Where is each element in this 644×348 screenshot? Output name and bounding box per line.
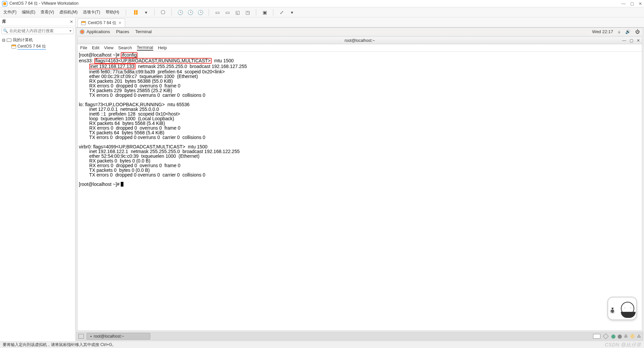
vm-pane: CentOS 7 64 位 ✕ Applications Places Term… <box>75 17 644 341</box>
menu-tab[interactable]: 选项卡(T) <box>83 9 100 15</box>
indent <box>79 64 89 69</box>
tray-sound-icon[interactable]: ⬤ <box>618 334 622 339</box>
taskbar-app-label: root@localhost:~ <box>94 334 124 339</box>
stretch-icon[interactable]: ⤢ <box>279 9 285 15</box>
term-menu-file[interactable]: File <box>80 45 87 50</box>
terminal-title: root@localhost:~ <box>344 38 375 43</box>
network-icon[interactable]: ⏚ <box>618 29 621 34</box>
status-tip: 要将输入定向到该虚拟机，请将鼠标指针移入其中或按 Ctrl+G。 <box>3 342 116 348</box>
dropdown2-icon[interactable]: ▾ <box>289 9 295 15</box>
vm-tab-label: CentOS 7 64 位 <box>88 20 116 26</box>
fullscreen-icon[interactable]: ▣ <box>262 9 268 15</box>
separator <box>126 9 126 16</box>
term-menu-view[interactable]: View <box>104 45 113 50</box>
terminal-output[interactable]: [root@localhost ~]# ifconfig ens33: flag… <box>77 52 642 331</box>
gnome-terminal-app[interactable]: Terminal <box>135 29 152 34</box>
term-maximize-icon[interactable]: ▢ <box>630 38 633 43</box>
gnome-applications[interactable]: Applications <box>87 29 110 34</box>
prompt-text: [root@localhost ~]# <box>79 182 121 187</box>
snapshot-revert-icon[interactable]: 🕒 <box>187 9 193 15</box>
terminal-rest-output: inet6 fe80::77ca:5d8a:c99:ba39 prefixlen… <box>79 69 239 178</box>
ime-face-icon <box>621 302 634 315</box>
ime-text: 中简半♥ <box>610 306 615 311</box>
menu-view[interactable]: 查看(V) <box>41 9 54 15</box>
separator <box>171 9 172 16</box>
dropdown-icon[interactable]: ▾ <box>143 9 149 15</box>
snapshot-take-icon[interactable]: 🕒 <box>177 9 183 15</box>
menu-vm[interactable]: 虚拟机(M) <box>59 9 77 15</box>
tab-close-icon[interactable]: ✕ <box>118 21 121 25</box>
search-dropdown-icon[interactable]: ▾ <box>69 28 72 33</box>
cursor-icon <box>121 182 123 187</box>
gnome-top-bar: Applications Places Terminal Wed 22:17 ⏚… <box>76 28 643 36</box>
menu-edit[interactable]: 编辑(E) <box>22 9 35 15</box>
highlight-inet: inet 192.168.127.133 <box>89 64 136 69</box>
watermark: CSDN @比仔菲 <box>605 342 641 348</box>
tray-square-icon[interactable] <box>603 333 609 339</box>
workspace-icon[interactable] <box>78 334 84 339</box>
menu-file[interactable]: 文件(F) <box>3 9 16 15</box>
tray-rect-icon[interactable] <box>593 334 600 339</box>
expand-icon[interactable]: ⊟ <box>2 38 5 43</box>
terminal-titlebar[interactable]: root@localhost:~ — ▢ ✕ <box>77 37 642 44</box>
separator <box>154 9 155 16</box>
tree-vm-row[interactable]: CentOS 7 64 位 <box>2 43 73 50</box>
term-menu-help[interactable]: Help <box>158 45 167 50</box>
tray-net-icon[interactable]: 🖧 <box>637 334 641 339</box>
gnome-places[interactable]: Places <box>116 29 129 34</box>
tray-disk-icon[interactable]: ⬤ <box>611 334 615 339</box>
volume-icon[interactable]: 🔊 <box>625 29 631 34</box>
terminal-window: root@localhost:~ — ▢ ✕ File Edit View Se… <box>77 37 642 331</box>
highlight-command: ifconfig <box>121 52 138 58</box>
iface-name: ens33: <box>79 58 94 63</box>
vm-display[interactable]: Applications Places Terminal Wed 22:17 ⏚… <box>76 27 643 341</box>
view-quickswitch-icon[interactable]: ◱ <box>234 9 240 15</box>
vmware-icon <box>2 1 7 6</box>
terminal-icon: ▪ <box>90 334 92 339</box>
activities-icon <box>80 29 85 34</box>
separator <box>256 9 256 16</box>
power-pause-icon[interactable] <box>133 9 139 15</box>
view-single-icon[interactable]: ▭ <box>214 9 220 15</box>
view-split-icon[interactable]: ▭ <box>224 9 230 15</box>
term-menu-edit[interactable]: Edit <box>92 45 99 50</box>
vm-tab[interactable]: CentOS 7 64 位 ✕ <box>77 18 125 27</box>
snapshot-manager-icon[interactable]: 🕒 <box>197 9 203 15</box>
search-input[interactable] <box>9 28 69 33</box>
vmware-titlebar: CentOS 7 64 位 - VMware Workstation — ▢ ✕ <box>0 0 644 7</box>
close-icon[interactable]: ✕ <box>639 1 642 6</box>
separator <box>273 9 273 16</box>
sidebar-title: 库 <box>2 19 6 24</box>
term-close-icon[interactable]: ✕ <box>637 38 640 43</box>
view-unity-icon[interactable]: ◳ <box>245 9 251 15</box>
maximize-icon[interactable]: ▢ <box>630 1 634 6</box>
prompt-text: [root@localhost ~]# <box>79 52 121 58</box>
term-menu-search[interactable]: Search <box>118 45 132 50</box>
terminal-menu: File Edit View Search Terminal Help <box>77 44 642 52</box>
library-search[interactable]: 🔍 ▾ <box>1 27 74 34</box>
tray-usb-icon[interactable]: 📀 <box>630 334 635 339</box>
highlight-flags: flags=4163<UP,BROADCAST,RUNNING,MULTICAS… <box>94 58 212 64</box>
menu-help[interactable]: 帮助(H) <box>106 9 119 15</box>
term-menu-terminal[interactable]: Terminal <box>137 45 153 51</box>
tree-root-label: 我的计算机 <box>13 37 33 43</box>
minimize-icon[interactable]: — <box>622 1 626 6</box>
separator <box>209 9 209 16</box>
window-title: CentOS 7 64 位 - VMware Workstation <box>9 1 78 6</box>
ime-bubble[interactable]: 中简半♥ <box>607 297 637 320</box>
gnome-taskbar: ▪ root@localhost:~ ⬤ ⬤ 🖶 📀 🖧 <box>76 332 643 340</box>
send-ctrl-alt-del-icon[interactable]: 🖵 <box>160 9 166 15</box>
vm-tab-icon <box>81 21 86 25</box>
sidebar-close-icon[interactable]: ✕ <box>70 19 73 24</box>
term-minimize-icon[interactable]: — <box>622 38 626 43</box>
tray-print-icon[interactable]: 🖶 <box>624 334 628 339</box>
taskbar-terminal-button[interactable]: ▪ root@localhost:~ <box>87 333 150 340</box>
search-icon: 🔍 <box>3 28 8 33</box>
library-tree: ⊟ 我的计算机 CentOS 7 64 位 <box>0 36 75 51</box>
power-icon[interactable]: ⏻ <box>635 29 640 34</box>
computer-icon <box>7 39 11 42</box>
iface-mtu: mtu 1500 <box>212 58 234 63</box>
status-bar: 要将输入定向到该虚拟机，请将鼠标指针移入其中或按 Ctrl+G。 CSDN @比… <box>0 341 644 348</box>
gnome-clock[interactable]: Wed 22:17 <box>592 29 613 34</box>
tree-root-row[interactable]: ⊟ 我的计算机 <box>2 37 73 43</box>
